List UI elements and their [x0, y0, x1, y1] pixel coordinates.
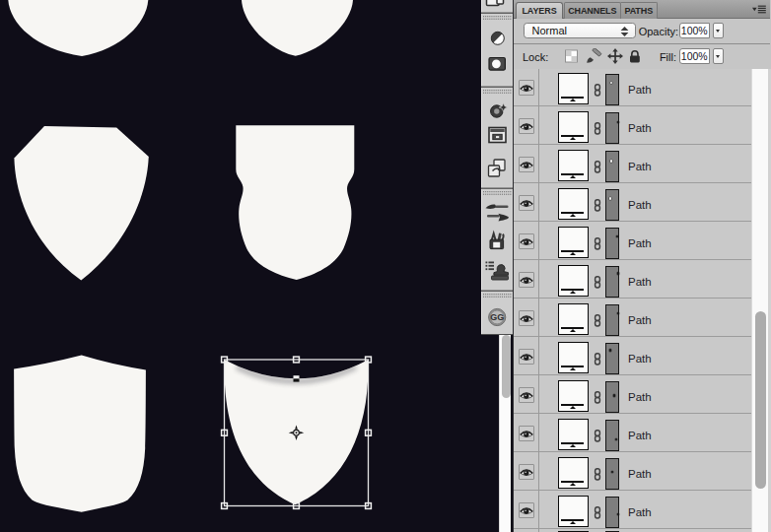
- svg-text:GG: GG: [490, 312, 504, 322]
